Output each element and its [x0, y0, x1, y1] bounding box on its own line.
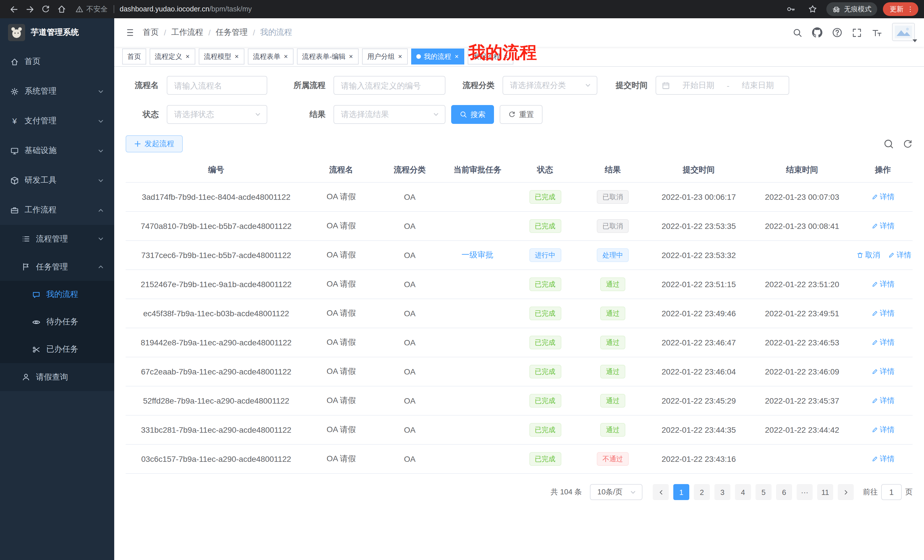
- category-select[interactable]: 请选择流程分类: [502, 76, 597, 95]
- cell-result: 处理中: [579, 241, 646, 270]
- tag-tab[interactable]: 发起流程 ×: [468, 48, 513, 64]
- process-name-input[interactable]: [167, 76, 267, 95]
- bookmark-star-icon[interactable]: [805, 1, 820, 17]
- breadcrumb-link[interactable]: 任务管理: [216, 27, 248, 38]
- toggle-search-icon[interactable]: [884, 139, 894, 149]
- detail-link[interactable]: 详情: [871, 221, 895, 231]
- detail-link[interactable]: 详情: [871, 367, 895, 377]
- detail-link[interactable]: 详情: [871, 279, 895, 289]
- close-icon[interactable]: ×: [398, 53, 403, 60]
- security-status[interactable]: 不安全: [75, 4, 108, 14]
- cancel-link[interactable]: 取消: [856, 250, 880, 260]
- sidebar-item-done-tasks[interactable]: 已办任务: [0, 335, 114, 363]
- edit-icon: [871, 281, 878, 288]
- browser-chrome: 不安全 dashboard.yudao.iocoder.cn/bpm/task/…: [0, 0, 924, 18]
- goto-page-input[interactable]: [881, 484, 902, 500]
- page-button[interactable]: 4: [735, 484, 751, 500]
- browser-forward-button[interactable]: [22, 1, 38, 17]
- cell-current-task: [444, 270, 511, 299]
- detail-link[interactable]: 详情: [871, 454, 895, 464]
- status-tag: 已完成: [529, 365, 561, 379]
- tag-tab[interactable]: 流程表单-编辑 ×: [297, 48, 358, 64]
- sidebar-item-my-process[interactable]: 我的流程: [0, 281, 114, 308]
- status-tag: 进行中: [529, 248, 561, 262]
- page-button[interactable]: 5: [756, 484, 771, 500]
- submit-time-range[interactable]: 开始日期 - 结束日期: [656, 76, 789, 95]
- font-size-icon[interactable]: [872, 28, 882, 37]
- breadcrumb-link[interactable]: 首页: [143, 27, 159, 38]
- sidebar-item-task-management[interactable]: 任务管理: [0, 253, 114, 281]
- update-button[interactable]: 更新 ⋮: [883, 2, 918, 16]
- breadcrumb-link[interactable]: 工作流程: [171, 27, 203, 38]
- breadcrumb-link[interactable]: 我的流程: [260, 27, 292, 38]
- password-key-icon[interactable]: [783, 1, 799, 17]
- status-tag: 已完成: [529, 335, 561, 349]
- page-button[interactable]: 11: [817, 484, 833, 500]
- cell-id: ec45f38f-7b9a-11ec-b03b-acde48001122: [126, 299, 307, 328]
- close-icon[interactable]: ×: [185, 53, 190, 60]
- detail-link[interactable]: 详情: [888, 250, 911, 260]
- close-icon[interactable]: ×: [454, 53, 459, 60]
- tag-tab[interactable]: 流程定义 ×: [150, 48, 195, 64]
- tag-tab[interactable]: 流程表单 ×: [248, 48, 294, 64]
- page-button[interactable]: ···: [796, 484, 813, 500]
- table-row: 03c6c157-7b9a-11ec-a290-acde48001122 OA …: [126, 445, 913, 473]
- sidebar-item-infrastructure[interactable]: 基础设施: [0, 136, 114, 166]
- sidebar-item-system[interactable]: 系统管理: [0, 76, 114, 106]
- header-search-icon[interactable]: [793, 28, 802, 37]
- search-button[interactable]: 搜索: [451, 105, 494, 124]
- sidebar-item-workflow[interactable]: 工作流程: [0, 195, 114, 225]
- address-bar[interactable]: 不安全 dashboard.yudao.iocoder.cn/bpm/task/…: [75, 2, 777, 16]
- sidebar-item-devtools[interactable]: 研发工具: [0, 166, 114, 195]
- owning-process-input[interactable]: [333, 76, 446, 95]
- sidebar-item-leave-query[interactable]: 请假查询: [0, 363, 114, 391]
- user-menu[interactable]: [892, 23, 916, 42]
- cell-status: 进行中: [511, 241, 579, 270]
- reset-button[interactable]: 重置: [500, 105, 543, 124]
- result-select[interactable]: 请选择流结果: [333, 105, 446, 124]
- current-task-link[interactable]: 一级审批: [461, 250, 494, 259]
- detail-link[interactable]: 详情: [871, 337, 895, 347]
- tab-label: 流程定义: [155, 52, 182, 61]
- cell-name: OA 请假: [307, 299, 376, 328]
- detail-link[interactable]: 详情: [871, 425, 895, 435]
- help-icon[interactable]: [832, 27, 842, 38]
- fullscreen-icon[interactable]: [852, 28, 862, 37]
- close-icon[interactable]: ×: [503, 53, 508, 60]
- close-icon[interactable]: ×: [234, 53, 239, 60]
- edit-icon: [871, 368, 878, 375]
- page-button[interactable]: 2: [694, 484, 710, 500]
- sidebar-item-payment[interactable]: ¥ 支付管理: [0, 106, 114, 136]
- sidebar-item-process-management[interactable]: 流程管理: [0, 225, 114, 253]
- menu-kebab-icon[interactable]: ⋮: [907, 5, 914, 13]
- page-button[interactable]: 1: [673, 484, 689, 500]
- browser-back-button[interactable]: [6, 1, 22, 17]
- next-page-button[interactable]: [838, 484, 854, 500]
- page-button[interactable]: 3: [714, 484, 730, 500]
- tag-tab[interactable]: 流程模型 ×: [199, 48, 244, 64]
- tag-tab[interactable]: 我的流程 ×: [411, 48, 464, 64]
- result-tag: 通过: [600, 365, 626, 379]
- browser-reload-button[interactable]: [38, 1, 54, 17]
- close-icon[interactable]: ×: [348, 53, 354, 60]
- sidebar-item-home[interactable]: 首页: [0, 47, 114, 76]
- browser-home-button[interactable]: [54, 1, 70, 17]
- cell-actions: 详情: [853, 445, 913, 473]
- detail-link[interactable]: 详情: [871, 395, 895, 406]
- start-process-button[interactable]: 发起流程: [126, 135, 183, 153]
- detail-link[interactable]: 详情: [871, 308, 895, 319]
- page-size-select[interactable]: 10条/页: [590, 484, 642, 500]
- github-icon[interactable]: [812, 27, 822, 38]
- refresh-table-icon[interactable]: [903, 139, 913, 149]
- result-tag: 通过: [600, 277, 626, 291]
- flag-icon: [22, 263, 30, 271]
- close-icon[interactable]: ×: [283, 53, 288, 60]
- detail-link[interactable]: 详情: [871, 192, 895, 202]
- prev-page-button[interactable]: [653, 484, 669, 500]
- status-select[interactable]: 请选择状态: [167, 105, 267, 124]
- page-button[interactable]: 6: [776, 484, 792, 500]
- sidebar-toggle-button[interactable]: [114, 27, 143, 38]
- tag-tab[interactable]: 首页 ×: [122, 48, 146, 64]
- sidebar-item-todo-tasks[interactable]: 待办任务: [0, 308, 114, 335]
- tag-tab[interactable]: 用户分组 ×: [362, 48, 408, 64]
